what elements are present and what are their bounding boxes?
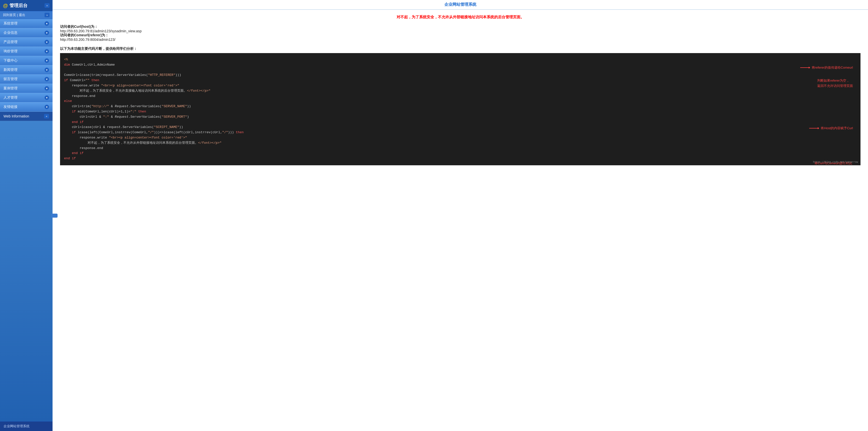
chevron-down-icon: ▼: [44, 77, 49, 81]
sidebar-item-label: Web Information: [3, 114, 29, 118]
visitor-curl-block: 访问者的Curl(host)为： http://59.63.200.79:81/…: [60, 25, 861, 41]
sidebar-item-links-management[interactable]: 友情链接 ▼: [0, 103, 53, 112]
main-content: 对不起，为了系统安全，不允许从外部链接地址访问本系统的后台管理页面。 访问者的C…: [53, 10, 868, 431]
sidebar-item-label: 留言管理: [3, 77, 18, 81]
home-link[interactable]: 回到首页: [3, 13, 16, 17]
code-line-12: end if: [64, 120, 857, 125]
code-line-1: <%: [64, 57, 857, 62]
sidebar-item-label: 产品管理: [3, 40, 18, 44]
code-line-blank1: [64, 67, 857, 73]
code-line-9: cUrl=trim("http://" & Request.ServerVari…: [64, 104, 857, 109]
code-line-17: response.end: [64, 146, 857, 151]
visitor-curl-value: http://59.63.200.79:81/admin123/sysadmin…: [60, 29, 861, 33]
watermark: https://blog.csdn.net/vanarrow: [813, 160, 858, 164]
svg-marker-1: [809, 67, 810, 68]
annotation-1: 将referer的值传递给Comeurl: [800, 65, 853, 70]
chevron-down-icon: ▼: [44, 21, 49, 26]
code-line-6: 对不起，为了系统安全，不允许直接输入地址访问本系统的后台管理页面。</font>…: [64, 88, 857, 94]
sidebar-item-label: 人才管理: [3, 95, 18, 100]
double-chevron-left-icon: «: [44, 114, 49, 118]
sidebar-item-label: 友情链接: [3, 105, 18, 109]
sidebar-item-product-management[interactable]: 产品管理 ▼: [0, 37, 53, 47]
sidebar-item-label: 案例管理: [3, 86, 18, 91]
code-line-3: ComeUrl=lcase(trim(request.ServerVariabl…: [64, 73, 857, 78]
code-wrapper: <% dim ComeUrl,cUrl,AdminName ComeUrl=lc…: [60, 53, 861, 165]
svg-marker-3: [818, 127, 819, 129]
sidebar-item-system-management[interactable]: 系统管理 ▼: [0, 19, 53, 28]
sidebar-header: @ 管理后台 »: [0, 0, 53, 11]
sidebar-footer-item[interactable]: 企业网站管理系统: [0, 421, 53, 431]
sidebar-logo-text: 管理后台: [9, 2, 28, 8]
main-area: 企业网站管理系统 对不起，为了系统安全，不允许从外部链接地址访问本系统的后台管理…: [53, 0, 868, 431]
sidebar-footer-label: 企业网站管理系统: [3, 424, 30, 428]
code-line-5: response.write "<br><p align=center><fon…: [64, 83, 857, 88]
visitor-comeurl-label: 访问者的Comeurl(referer)为：: [60, 33, 861, 37]
code-line-4: if ComeUrl="" then: [64, 78, 857, 83]
sidebar-item-label: 企业信息: [3, 31, 18, 35]
page-title: 企业网站管理系统: [444, 2, 476, 6]
chevron-down-icon: ▼: [44, 58, 49, 63]
sidebar-item-download-center[interactable]: 下载中心 ▼: [0, 56, 53, 65]
code-line-8: else: [64, 99, 857, 104]
code-block: <% dim ComeUrl,cUrl,AdminName ComeUrl=lc…: [60, 53, 861, 165]
sidebar-item-label: 系统管理: [3, 21, 18, 26]
code-line-14: if lcase(left(ComeUrl,instrrev(ComeUrl,"…: [64, 130, 857, 135]
sidebar-item-web-information[interactable]: Web Information «: [0, 112, 53, 121]
code-section-title: 以下为本功能主要代码片断，提供给同学们分析：: [60, 47, 861, 51]
chevron-down-icon: ▼: [44, 105, 49, 109]
sidebar-item-company-info[interactable]: 企业信息 ▼: [0, 28, 53, 37]
nav-separator: |: [17, 13, 18, 17]
visitor-curl-label: 访问者的Curl(host)为：: [60, 25, 861, 29]
code-line-18: end if: [64, 151, 857, 156]
chevron-down-icon: ▼: [44, 31, 49, 35]
collapse-sidebar-icon[interactable]: »: [44, 3, 50, 8]
sidebar-logo: @ 管理后台: [3, 2, 28, 8]
code-line-13: cUrl=lcase(cUrl & request.ServerVariable…: [64, 125, 857, 130]
code-line-10: if mid(ComeUrl,len(cUrl)+1,1)=":" then: [64, 109, 857, 114]
screen-toggle-tab[interactable]: 屏幕切换: [51, 213, 58, 218]
code-line-19: end if: [64, 156, 857, 161]
main-header: 企业网站管理系统: [53, 0, 868, 10]
sidebar: @ 管理后台 » 回到首页 | 退出 » 系统管理 ▼ 企业信息 ▼ 产品管理 …: [0, 0, 53, 431]
sidebar-item-inquiry-management[interactable]: 询价管理 ▼: [0, 47, 53, 56]
sidebar-item-label: 下载中心: [3, 58, 18, 63]
logout-link[interactable]: 退出: [19, 13, 25, 17]
annotation-2: 判断如果referer为空， 返回不允许访问管理页面: [817, 78, 853, 89]
chevron-down-icon: ▼: [44, 86, 49, 91]
sidebar-item-talent-management[interactable]: 人才管理 ▼: [0, 93, 53, 103]
code-line-11: cUrl=cUrl & ":" & Request.ServerVariable…: [64, 114, 857, 120]
at-sign-icon: @: [3, 3, 8, 8]
chevron-down-icon: ▼: [44, 40, 49, 44]
code-line-7: response.end: [64, 94, 857, 99]
code-line-2: dim ComeUrl,cUrl,AdminName: [64, 62, 857, 67]
annotation-3: 将Host的内容赋予Curl: [809, 126, 853, 131]
nav-toggle-icon[interactable]: »: [44, 13, 50, 17]
sidebar-item-news-management[interactable]: 新闻管理 ▼: [0, 65, 53, 75]
sidebar-nav-top: 回到首页 | 退出 »: [0, 11, 53, 19]
chevron-down-icon: ▼: [44, 95, 49, 100]
sidebar-item-message-management[interactable]: 留言管理 ▼: [0, 75, 53, 84]
code-line-15: response.write "<br><p align=center><fon…: [64, 135, 857, 141]
error-message: 对不起，为了系统安全，不允许从外部链接地址访问本系统的后台管理页面。: [60, 15, 861, 20]
code-line-16: 对不起，为了系统安全，不允许从外部链接地址访问本系统的后台管理页面。</font…: [64, 141, 857, 146]
visitor-comeurl-value: http://59.63.200.79:8004/admin123/: [60, 37, 861, 41]
chevron-down-icon: ▼: [44, 67, 49, 72]
sidebar-item-label: 询价管理: [3, 49, 18, 54]
sidebar-item-label: 新闻管理: [3, 67, 18, 72]
chevron-down-icon: ▼: [44, 49, 49, 54]
sidebar-item-case-management[interactable]: 案例管理 ▼: [0, 84, 53, 93]
